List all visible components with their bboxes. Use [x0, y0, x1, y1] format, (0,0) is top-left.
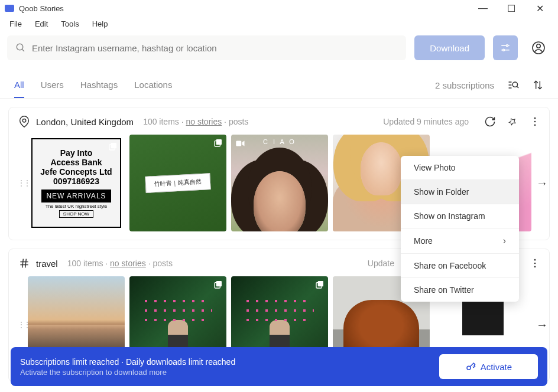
svg-rect-19 [111, 143, 116, 148]
key-icon [465, 361, 476, 372]
drag-handle[interactable]: ⋮⋮ [17, 178, 23, 188]
svg-point-5 [503, 49, 505, 51]
menu-edit[interactable]: Edit [29, 18, 54, 30]
svg-point-38 [467, 366, 471, 370]
svg-point-11 [512, 82, 517, 87]
menubar: File Edit Tools Help [0, 17, 558, 31]
svg-point-4 [507, 45, 508, 47]
pin-icon[interactable] [507, 116, 518, 128]
svg-point-0 [17, 44, 23, 50]
account-button[interactable] [526, 35, 551, 60]
chevron-right-icon: › [503, 236, 506, 246]
app-icon [5, 5, 14, 12]
context-menu: View Photo Show in Folder Show on Instag… [401, 156, 519, 302]
menu-tools[interactable]: Tools [55, 18, 85, 30]
svg-point-16 [534, 117, 536, 119]
ctx-more[interactable]: More› [401, 228, 519, 253]
tab-users[interactable]: Users [41, 80, 64, 98]
section-title[interactable]: travel [36, 259, 58, 269]
search-list-icon[interactable] [507, 79, 519, 91]
svg-line-12 [517, 87, 519, 89]
banner-title: Subscriptions limit reached · Daily down… [20, 357, 235, 367]
window-title: Qoob Stories [19, 4, 469, 13]
titlebar: Qoob Stories — ☐ ✕ [0, 0, 558, 17]
limit-banner: Subscriptions limit reached · Daily down… [11, 347, 547, 386]
search-icon [15, 43, 26, 53]
svg-line-1 [22, 49, 24, 51]
hashtag-icon [17, 256, 31, 270]
ctx-show-in-folder[interactable]: Show in Folder [401, 180, 519, 204]
no-stories-link[interactable]: no stories [186, 117, 222, 126]
section-title[interactable]: London, United Kingdom [36, 117, 134, 127]
svg-point-30 [534, 263, 536, 264]
ctx-view-photo[interactable]: View Photo [401, 156, 519, 179]
thumbnail[interactable]: Pay Into Access Bank Jefe Concepts Ltd 0… [28, 135, 125, 231]
ctx-share-twitter[interactable]: Share on Twitter [401, 278, 519, 302]
svg-point-17 [534, 121, 536, 123]
menu-file[interactable]: File [4, 18, 28, 30]
tab-all[interactable]: All [14, 80, 24, 98]
minimize-button[interactable]: — [469, 0, 497, 17]
multi-photo-icon [213, 280, 223, 289]
svg-point-31 [534, 266, 536, 268]
close-button[interactable]: ✕ [526, 0, 553, 17]
search-box[interactable] [7, 35, 406, 60]
menu-help[interactable]: Help [86, 18, 114, 30]
filter-button[interactable] [493, 35, 518, 60]
search-input[interactable] [32, 43, 398, 53]
drag-handle[interactable]: ⋮⋮ [17, 320, 23, 329]
more-icon[interactable] [529, 116, 541, 128]
activate-button[interactable]: Activate [439, 354, 538, 379]
next-arrow[interactable]: → [536, 177, 548, 190]
tab-locations[interactable]: Locations [134, 80, 172, 98]
svg-rect-32 [216, 281, 222, 286]
svg-line-28 [25, 259, 27, 268]
more-icon[interactable] [529, 257, 541, 269]
ctx-show-on-instagram[interactable]: Show on Instagram [401, 204, 519, 228]
updated-label: Updated 9 minutes ago [383, 117, 469, 126]
thumbnail[interactable]: C I A O [231, 135, 328, 231]
svg-point-15 [22, 119, 26, 122]
thumbnail[interactable]: 竹叶青｜纯真自然 [129, 135, 226, 231]
updated-label: Update [368, 259, 394, 268]
subscription-count: 2 subscriptions [435, 80, 494, 90]
svg-point-18 [534, 125, 536, 126]
svg-line-27 [22, 259, 24, 268]
svg-marker-24 [242, 141, 245, 146]
multi-photo-icon [213, 138, 223, 148]
svg-point-29 [534, 259, 536, 261]
svg-point-7 [537, 44, 540, 48]
maximize-button[interactable]: ☐ [498, 0, 525, 17]
multi-photo-icon [108, 142, 118, 151]
video-icon [235, 138, 245, 149]
multi-photo-icon [315, 280, 325, 289]
next-arrow[interactable]: → [536, 318, 548, 332]
svg-rect-21 [216, 139, 222, 145]
location-pin-icon [17, 115, 31, 129]
sort-icon[interactable] [532, 79, 544, 91]
ctx-share-facebook[interactable]: Share on Facebook [401, 254, 519, 277]
banner-subtitle: Activate the subscription to download mo… [20, 368, 235, 377]
tab-hashtags[interactable]: Hashtags [80, 80, 118, 98]
svg-rect-23 [236, 141, 241, 146]
svg-rect-34 [318, 281, 323, 286]
no-stories-link[interactable]: no stories [110, 259, 146, 268]
download-button[interactable]: Download [414, 35, 485, 60]
refresh-icon[interactable] [484, 116, 496, 128]
